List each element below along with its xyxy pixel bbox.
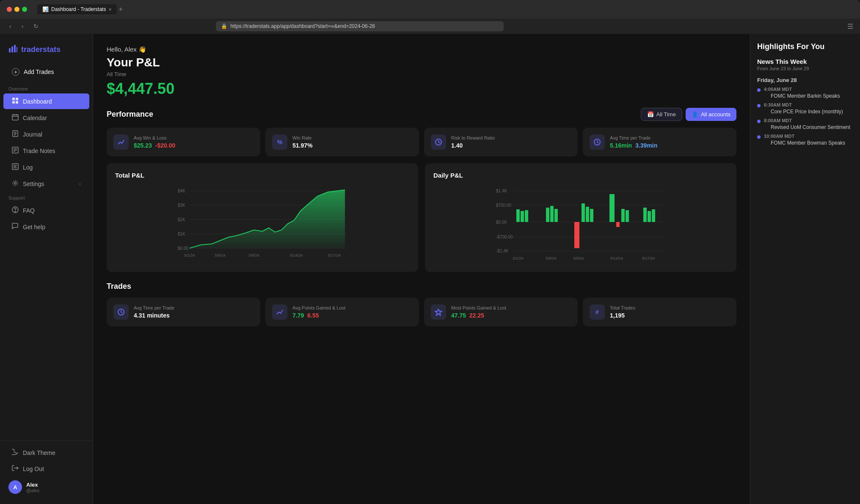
- news-event-uom: Revised UoM Consumer Sentiment: [771, 124, 850, 130]
- get-help-label: Get help: [23, 224, 45, 230]
- news-item-630: 6:30AM MDT Core PCE Price Index (monthly…: [757, 102, 853, 115]
- total-trades-label: Total Trades: [610, 305, 635, 310]
- svg-text:$700.00: $700.00: [496, 203, 512, 208]
- total-trades-icon: #: [590, 304, 605, 320]
- dashboard-icon: [12, 97, 19, 105]
- logout-button[interactable]: Log Out: [3, 461, 89, 477]
- svg-rect-66: [590, 209, 593, 222]
- total-trades-value: 1,195: [610, 312, 625, 319]
- svg-rect-61: [550, 206, 554, 222]
- svg-text:$3K: $3K: [178, 203, 185, 208]
- sidebar-item-faq[interactable]: FAQ: [3, 203, 89, 218]
- avg-win-loss-values: $25.23 -$20.00: [134, 142, 175, 149]
- logout-icon: [12, 465, 19, 473]
- svg-rect-2: [14, 45, 16, 52]
- svg-text:$1K: $1K: [178, 232, 185, 236]
- menu-icon[interactable]: ☰: [847, 22, 853, 30]
- svg-text:5/9/24: 5/9/24: [248, 253, 259, 257]
- forward-button[interactable]: ›: [19, 22, 26, 30]
- news-time-1000: 10:00AM MDT: [764, 134, 845, 139]
- avg-win-loss-info: Avg Win & Loss $25.23 -$20.00: [134, 135, 175, 149]
- risk-reward-card: Risk to Reward Ratio 1.40: [424, 128, 578, 156]
- svg-rect-72: [648, 211, 651, 222]
- svg-text:5/17/24: 5/17/24: [328, 253, 341, 257]
- sidebar-item-settings[interactable]: Settings ‹: [3, 176, 89, 192]
- risk-reward-values: 1.40: [451, 142, 495, 149]
- svg-text:$0.00: $0.00: [496, 220, 507, 225]
- avg-win: $25.23: [134, 142, 152, 149]
- add-trades-button[interactable]: + Add Trades: [3, 64, 89, 79]
- svg-rect-0: [9, 48, 11, 52]
- browser-titlebar: 📊 Dashboard - Traderstats ✕ +: [0, 0, 860, 19]
- sidebar-item-log[interactable]: Log: [3, 159, 89, 175]
- avg-points-loss: 6.55: [307, 312, 319, 319]
- close-button[interactable]: [7, 7, 12, 12]
- news-item-800: 8:00AM MDT Revised UoM Consumer Sentimen…: [757, 118, 853, 130]
- all-accounts-button[interactable]: 👤 All accounts: [686, 108, 736, 121]
- back-button[interactable]: ‹: [7, 22, 14, 30]
- overview-section-label: Overview: [0, 83, 93, 93]
- avg-points-card: Avg Points Gained & Lost 7.79 6.55: [265, 298, 419, 326]
- avg-time-minutes: 4.31 minutes: [134, 312, 170, 319]
- svg-text:5/6/24: 5/6/24: [215, 253, 225, 257]
- sidebar-item-get-help[interactable]: Get help: [3, 219, 89, 235]
- svg-rect-63: [574, 222, 579, 248]
- news-dot-3: [757, 120, 761, 123]
- minimize-button[interactable]: [14, 7, 19, 12]
- all-time-button[interactable]: 📅 All Time: [641, 108, 682, 121]
- user-details: Alex @alex: [26, 482, 39, 493]
- charts-row: Total P&L $4K $3K $2K $1K $0.00: [107, 163, 736, 272]
- most-points-gain: 47.75: [451, 312, 466, 319]
- sidebar-item-journal[interactable]: Journal: [3, 126, 89, 142]
- pnl-period: All Time: [107, 71, 736, 77]
- risk-reward-icon: [431, 134, 446, 150]
- total-pnl-chart-title: Total P&L: [115, 172, 410, 179]
- user-profile[interactable]: A Alex @alex: [0, 477, 93, 497]
- sidebar-item-dashboard[interactable]: Dashboard: [3, 93, 89, 109]
- svg-rect-73: [652, 209, 655, 222]
- get-help-icon: [12, 223, 19, 231]
- highlights-title: Highlights For You: [757, 42, 853, 51]
- svg-rect-60: [546, 208, 549, 222]
- header-buttons: 📅 All Time 👤 All accounts: [641, 108, 736, 121]
- svg-marker-80: [435, 309, 442, 315]
- svg-rect-59: [525, 210, 528, 222]
- stat-cards: Avg Win & Loss $25.23 -$20.00 % Win Rate…: [107, 128, 736, 156]
- avg-time-values: 5.16min 3.39min: [610, 142, 657, 149]
- svg-rect-7: [16, 101, 18, 104]
- win-rate-value: 51.97%: [292, 142, 312, 149]
- new-tab-button[interactable]: +: [119, 5, 122, 13]
- performance-header: Performance 📅 All Time 👤 All accounts: [107, 108, 736, 121]
- svg-text:$1.4K: $1.4K: [496, 189, 507, 193]
- trade-notes-label: Trade Notes: [23, 148, 55, 154]
- news-time-630: 6:30AM MDT: [764, 102, 843, 107]
- tab-close-icon[interactable]: ✕: [108, 7, 112, 12]
- sidebar-item-calendar[interactable]: Calendar: [3, 110, 89, 126]
- moon-icon: [12, 449, 19, 457]
- news-event-bowman: FOMC Member Bowman Speaks: [771, 140, 845, 146]
- total-trades-info: Total Trades 1,195: [610, 305, 635, 319]
- refresh-button[interactable]: ↻: [31, 22, 41, 30]
- trade-avg-time-info: Avg Time per Trade 4.31 minutes: [134, 305, 174, 319]
- collapse-icon[interactable]: ‹: [79, 181, 81, 187]
- user-name: Alex: [26, 482, 39, 488]
- avg-time-info: Avg Time per Trade 5.16min 3.39min: [610, 135, 657, 149]
- avg-time-win: 5.16min: [610, 142, 632, 149]
- news-dot-4: [757, 135, 761, 139]
- dashboard-label: Dashboard: [23, 98, 52, 105]
- news-dot-2: [757, 104, 761, 107]
- logo-text: traderstats: [21, 45, 61, 54]
- win-loss-icon: [113, 134, 129, 150]
- svg-line-30: [438, 142, 440, 143]
- sidebar: traderstats + Add Trades Overview Dashbo…: [0, 34, 93, 504]
- sidebar-item-trade-notes[interactable]: Trade Notes: [3, 143, 89, 159]
- support-section-label: Support: [0, 192, 93, 202]
- dark-theme-toggle[interactable]: Dark Theme: [3, 445, 89, 460]
- maximize-button[interactable]: [22, 7, 27, 12]
- svg-rect-64: [582, 203, 585, 222]
- trade-stat-cards: Avg Time per Trade 4.31 minutes Avg: [107, 298, 736, 326]
- url-bar[interactable]: 🔒 https://traderstats.app/app/dashboard?…: [216, 21, 504, 31]
- win-rate-values: 51.97%: [292, 142, 312, 149]
- svg-rect-67: [609, 194, 615, 222]
- active-tab[interactable]: 📊 Dashboard - Traderstats ✕: [37, 4, 117, 14]
